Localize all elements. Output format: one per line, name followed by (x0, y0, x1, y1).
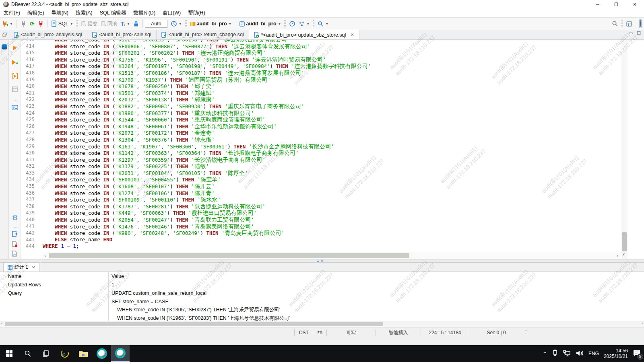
file-explorer-button[interactable] (74, 345, 93, 362)
explain-plan-button[interactable] (11, 85, 19, 93)
line-number[interactable]: 417 (21, 63, 39, 70)
menu-item-6[interactable]: 窗口(W) (159, 9, 184, 17)
start-button[interactable] (0, 345, 19, 362)
statistics-row-3[interactable]: WHEN store_code IN ('K1305', 'SF00287') … (0, 306, 644, 314)
open-perspective-button[interactable] (625, 19, 635, 28)
dashboard-button[interactable] (287, 19, 297, 28)
export-result-button[interactable] (11, 230, 19, 238)
line-number[interactable]: 428 (21, 136, 39, 143)
sql-code-area[interactable]: 413 WHEN store_code IN ('K162', 'SF00195… (21, 40, 621, 252)
column-divider[interactable] (108, 272, 109, 321)
menu-item-0[interactable]: 文件(F) (0, 9, 24, 17)
commit-structure-button[interactable]: ▼ (297, 20, 311, 28)
statistics-row-0[interactable]: Updated Rows1 (0, 280, 644, 289)
vscroll-thumb[interactable] (622, 232, 627, 251)
execute-statement-button[interactable] (11, 44, 19, 52)
line-number[interactable]: 421 (21, 90, 39, 97)
line-number[interactable]: 429 (21, 143, 39, 150)
maximize-view-button[interactable]: ☐ (637, 31, 641, 36)
results-scroll-right-icon[interactable]: › (642, 321, 643, 325)
lock-button[interactable] (132, 20, 140, 28)
sql-editor-button[interactable]: SQL ▼ (50, 19, 75, 28)
editor-vertical-scrollbar[interactable]: ∨ (621, 40, 627, 259)
line-number[interactable]: 444 (21, 243, 39, 250)
status-segment-3[interactable]: 智能插入 (376, 329, 421, 336)
statistics-row-2[interactable]: SET store_name = CASE (0, 297, 644, 306)
file-metadata-button[interactable]: (x) (11, 249, 19, 257)
dbeaver-taskbar-button-active[interactable] (111, 345, 130, 362)
column-header-value[interactable]: Value (108, 274, 644, 279)
line-number[interactable]: 430 (21, 150, 39, 156)
line-number[interactable]: 415 (21, 49, 39, 56)
editor-horizontal-scrollbar[interactable]: ‹ › (42, 252, 621, 259)
line-number[interactable]: 443 (21, 237, 39, 243)
results-horizontal-scrollbar[interactable]: ‹ › (0, 321, 644, 327)
panel-splitter[interactable]: ▲▼ (0, 259, 644, 263)
status-overflow-icon[interactable]: ⋮ (524, 329, 528, 335)
notification-center-button[interactable]: 9 (633, 350, 641, 358)
save-file-button[interactable] (11, 240, 19, 248)
new-connection-button[interactable]: ▼ (0, 19, 14, 28)
global-search-button[interactable] (610, 19, 620, 28)
line-number[interactable]: 426 (21, 123, 39, 130)
connection-selector[interactable]: audit_bi_pro ▼ (188, 20, 233, 28)
line-number[interactable]: 436 (21, 190, 39, 197)
editor-tab-3[interactable]: *<audit_bi_pro> update_sbz_store.sql✕ (249, 30, 359, 39)
menu-item-1[interactable]: 编辑(E) (24, 9, 48, 17)
line-number[interactable]: 413 (21, 40, 39, 43)
menu-item-4[interactable]: SQL 编辑器 (96, 9, 130, 17)
scroll-down-icon[interactable]: ∨ (622, 252, 625, 256)
network-icon[interactable] (563, 350, 571, 358)
results-scroll-left-icon[interactable]: ‹ (1, 321, 2, 325)
scroll-left-icon[interactable]: ‹ (42, 253, 48, 258)
status-segment-5[interactable]: Sel: 0 | 0 (469, 329, 523, 336)
restore-panel-icon[interactable] (0, 30, 9, 39)
status-segment-1[interactable]: zh (313, 329, 326, 336)
menu-item-5[interactable]: 数据库(D) (130, 9, 159, 17)
line-number[interactable]: 433 (21, 170, 39, 177)
clock-widget[interactable]: 14:56 2025/10/21 (604, 348, 628, 359)
close-tab-icon[interactable]: ✕ (350, 32, 354, 37)
open-console-button[interactable] (11, 103, 19, 111)
database-navigator-icon[interactable] (0, 43, 8, 51)
task-view-button[interactable] (37, 345, 56, 362)
editor-tab-0[interactable]: <audit_bi_pro> analysis.sql (9, 30, 87, 39)
status-segment-0[interactable]: CST (294, 329, 313, 336)
menu-item-7[interactable]: 帮助(H) (184, 9, 208, 17)
line-number[interactable]: 431 (21, 156, 39, 163)
line-number[interactable]: 441 (21, 223, 39, 230)
line-number[interactable]: 427 (21, 130, 39, 136)
execute-new-tab-button[interactable] (11, 58, 19, 66)
line-number[interactable]: 434 (21, 176, 39, 183)
reconnect-button[interactable]: ⟳ (28, 19, 36, 28)
auto-commit-combo[interactable]: Auto (145, 20, 167, 28)
tab-statistics[interactable]: 统计 1 ✕ (3, 263, 39, 272)
menu-item-3[interactable]: 搜索(A) (72, 9, 96, 17)
line-number[interactable]: 418 (21, 70, 39, 76)
statistics-row-1[interactable]: QueryUPDATE custom_online_sale_return_lo… (0, 289, 644, 297)
results-hscroll-thumb[interactable] (5, 322, 383, 326)
line-number[interactable]: 425 (21, 116, 39, 123)
minimize-view-button[interactable]: ▭ (629, 31, 633, 36)
sql-search-button[interactable]: ▼ (316, 20, 330, 28)
menu-item-2[interactable]: 导航(N) (48, 9, 72, 17)
line-number[interactable]: 423 (21, 103, 39, 110)
editor-tab-1[interactable]: <audit_bi_pro> sale.sql (87, 30, 157, 39)
line-number[interactable]: 420 (21, 83, 39, 90)
usb-icon[interactable] (552, 350, 558, 358)
line-number[interactable]: 419 (21, 76, 39, 83)
scroll-right-icon[interactable]: › (614, 253, 621, 258)
minimize-button[interactable]: ─ (588, 0, 607, 9)
column-header-name[interactable]: Name (0, 274, 108, 279)
hscroll-thumb[interactable] (49, 253, 409, 258)
connect-button[interactable] (19, 20, 28, 28)
line-number[interactable]: 424 (21, 110, 39, 117)
line-number[interactable]: 437 (21, 196, 39, 203)
close-button[interactable]: ✕ (625, 0, 644, 9)
input-language[interactable]: ENG (588, 351, 599, 356)
line-number[interactable]: 442 (21, 230, 39, 237)
line-number[interactable]: 432 (21, 163, 39, 170)
execute-script-button[interactable] (11, 72, 19, 80)
history-button[interactable]: ▼ (169, 19, 184, 28)
disconnect-button[interactable] (36, 20, 45, 28)
